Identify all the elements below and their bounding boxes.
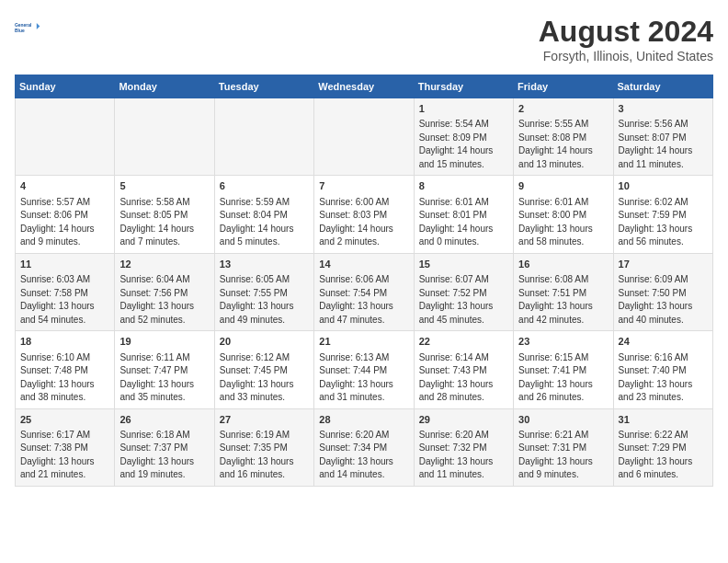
calendar-cell: 4Sunrise: 5:57 AMSunset: 8:06 PMDaylight… <box>16 176 115 253</box>
day-info: Sunrise: 6:08 AMSunset: 7:51 PMDaylight:… <box>518 273 608 327</box>
main-title: August 2024 <box>539 15 713 49</box>
day-info: Sunrise: 6:05 AMSunset: 7:55 PMDaylight:… <box>220 273 309 327</box>
calendar-cell: 15Sunrise: 6:07 AMSunset: 7:52 PMDayligh… <box>414 253 513 330</box>
calendar-cell: 14Sunrise: 6:06 AMSunset: 7:54 PMDayligh… <box>314 253 414 330</box>
calendar-cell <box>115 98 214 176</box>
week-row-4: 18Sunrise: 6:10 AMSunset: 7:48 PMDayligh… <box>16 331 713 408</box>
calendar-cell: 19Sunrise: 6:11 AMSunset: 7:47 PMDayligh… <box>115 331 214 408</box>
day-info: Sunrise: 6:15 AMSunset: 7:41 PMDaylight:… <box>518 351 608 405</box>
day-info: Sunrise: 6:02 AMSunset: 7:59 PMDaylight:… <box>619 196 708 249</box>
header-saturday: Saturday <box>613 75 712 98</box>
day-info: Sunrise: 6:00 AMSunset: 8:03 PMDaylight:… <box>319 196 408 249</box>
day-number: 28 <box>319 413 408 427</box>
calendar-cell: 21Sunrise: 6:13 AMSunset: 7:44 PMDayligh… <box>314 331 414 408</box>
calendar-cell: 12Sunrise: 6:04 AMSunset: 7:56 PMDayligh… <box>115 253 214 330</box>
calendar-cell: 17Sunrise: 6:09 AMSunset: 7:50 PMDayligh… <box>613 253 712 330</box>
calendar-cell: 5Sunrise: 5:58 AMSunset: 8:05 PMDaylight… <box>115 176 214 253</box>
svg-text:General: General <box>15 23 32 28</box>
day-number: 27 <box>220 413 309 427</box>
title-block: August 2024 Forsyth, Illinois, United St… <box>539 15 713 63</box>
day-number: 30 <box>518 413 608 427</box>
calendar-cell: 18Sunrise: 6:10 AMSunset: 7:48 PMDayligh… <box>16 331 115 408</box>
day-info: Sunrise: 5:54 AMSunset: 8:09 PMDaylight:… <box>419 118 508 171</box>
week-row-5: 25Sunrise: 6:17 AMSunset: 7:38 PMDayligh… <box>16 408 713 486</box>
calendar-cell: 24Sunrise: 6:16 AMSunset: 7:40 PMDayligh… <box>613 331 712 408</box>
day-number: 4 <box>20 179 109 193</box>
header-thursday: Thursday <box>414 75 513 98</box>
calendar-cell: 31Sunrise: 6:22 AMSunset: 7:29 PMDayligh… <box>613 408 712 486</box>
day-number: 6 <box>220 179 309 193</box>
header-friday: Friday <box>514 75 613 98</box>
day-info: Sunrise: 6:17 AMSunset: 7:38 PMDaylight:… <box>20 429 109 482</box>
day-number: 22 <box>419 335 508 349</box>
header-wednesday: Wednesday <box>314 75 414 98</box>
day-number: 17 <box>619 258 708 271</box>
calendar-cell: 28Sunrise: 6:20 AMSunset: 7:34 PMDayligh… <box>314 408 414 486</box>
day-number: 8 <box>419 179 508 193</box>
day-number: 26 <box>119 413 209 427</box>
week-row-3: 11Sunrise: 6:03 AMSunset: 7:58 PMDayligh… <box>16 253 713 330</box>
header-monday: Monday <box>115 75 214 98</box>
day-number: 9 <box>518 179 608 193</box>
week-row-1: 1Sunrise: 5:54 AMSunset: 8:09 PMDaylight… <box>16 98 713 176</box>
day-number: 25 <box>20 413 109 427</box>
calendar-cell: 3Sunrise: 5:56 AMSunset: 8:07 PMDaylight… <box>613 98 712 176</box>
calendar-cell: 30Sunrise: 6:21 AMSunset: 7:31 PMDayligh… <box>514 408 613 486</box>
day-number: 7 <box>319 179 408 193</box>
day-info: Sunrise: 6:16 AMSunset: 7:40 PMDaylight:… <box>619 351 708 405</box>
day-info: Sunrise: 6:07 AMSunset: 7:52 PMDaylight:… <box>419 273 508 327</box>
day-number: 5 <box>119 179 209 193</box>
day-info: Sunrise: 5:58 AMSunset: 8:05 PMDaylight:… <box>119 196 209 249</box>
day-info: Sunrise: 6:19 AMSunset: 7:35 PMDaylight:… <box>220 429 309 482</box>
calendar-cell: 23Sunrise: 6:15 AMSunset: 7:41 PMDayligh… <box>514 331 613 408</box>
day-info: Sunrise: 5:55 AMSunset: 8:08 PMDaylight:… <box>518 118 608 171</box>
calendar-cell: 11Sunrise: 6:03 AMSunset: 7:58 PMDayligh… <box>16 253 115 330</box>
day-info: Sunrise: 6:18 AMSunset: 7:37 PMDaylight:… <box>119 429 209 482</box>
calendar-cell: 26Sunrise: 6:18 AMSunset: 7:37 PMDayligh… <box>115 408 214 486</box>
day-info: Sunrise: 6:03 AMSunset: 7:58 PMDaylight:… <box>20 273 109 327</box>
day-number: 13 <box>220 258 309 271</box>
day-info: Sunrise: 6:20 AMSunset: 7:32 PMDaylight:… <box>419 429 508 482</box>
day-info: Sunrise: 5:59 AMSunset: 8:04 PMDaylight:… <box>220 196 309 249</box>
day-info: Sunrise: 6:04 AMSunset: 7:56 PMDaylight:… <box>119 273 209 327</box>
day-number: 24 <box>619 335 708 349</box>
day-info: Sunrise: 6:12 AMSunset: 7:45 PMDaylight:… <box>220 351 309 405</box>
calendar-cell: 27Sunrise: 6:19 AMSunset: 7:35 PMDayligh… <box>214 408 313 486</box>
day-number: 14 <box>319 258 408 271</box>
svg-marker-2 <box>37 23 40 29</box>
calendar-cell: 9Sunrise: 6:01 AMSunset: 8:00 PMDaylight… <box>514 176 613 253</box>
day-number: 16 <box>518 258 608 271</box>
calendar-cell <box>314 98 414 176</box>
day-number: 19 <box>119 335 209 349</box>
day-number: 1 <box>419 102 508 116</box>
day-number: 21 <box>319 335 408 349</box>
day-info: Sunrise: 6:01 AMSunset: 8:00 PMDaylight:… <box>518 196 608 249</box>
calendar-cell: 7Sunrise: 6:00 AMSunset: 8:03 PMDaylight… <box>314 176 414 253</box>
calendar-cell: 1Sunrise: 5:54 AMSunset: 8:09 PMDaylight… <box>414 98 513 176</box>
calendar-cell: 13Sunrise: 6:05 AMSunset: 7:55 PMDayligh… <box>214 253 313 330</box>
day-number: 10 <box>619 179 708 193</box>
day-info: Sunrise: 5:56 AMSunset: 8:07 PMDaylight:… <box>619 118 708 171</box>
calendar-cell: 2Sunrise: 5:55 AMSunset: 8:08 PMDaylight… <box>514 98 613 176</box>
day-info: Sunrise: 5:57 AMSunset: 8:06 PMDaylight:… <box>20 196 109 249</box>
calendar-cell <box>214 98 313 176</box>
calendar-cell: 29Sunrise: 6:20 AMSunset: 7:32 PMDayligh… <box>414 408 513 486</box>
calendar-cell: 8Sunrise: 6:01 AMSunset: 8:01 PMDaylight… <box>414 176 513 253</box>
calendar-cell: 10Sunrise: 6:02 AMSunset: 7:59 PMDayligh… <box>613 176 712 253</box>
generalblue-logo-icon: General Blue <box>15 15 40 40</box>
logo: General Blue <box>15 15 44 40</box>
calendar-cell: 6Sunrise: 5:59 AMSunset: 8:04 PMDaylight… <box>214 176 313 253</box>
day-info: Sunrise: 6:11 AMSunset: 7:47 PMDaylight:… <box>119 351 209 405</box>
calendar-cell: 25Sunrise: 6:17 AMSunset: 7:38 PMDayligh… <box>16 408 115 486</box>
day-info: Sunrise: 6:06 AMSunset: 7:54 PMDaylight:… <box>319 273 408 327</box>
day-number: 20 <box>220 335 309 349</box>
day-number: 3 <box>619 102 708 116</box>
calendar-table: SundayMondayTuesdayWednesdayThursdayFrid… <box>15 75 713 487</box>
page-header: General Blue August 2024 Forsyth, Illino… <box>15 15 713 63</box>
calendar-cell: 20Sunrise: 6:12 AMSunset: 7:45 PMDayligh… <box>214 331 313 408</box>
header-sunday: Sunday <box>16 75 115 98</box>
day-number: 15 <box>419 258 508 271</box>
calendar-cell <box>16 98 115 176</box>
day-info: Sunrise: 6:22 AMSunset: 7:29 PMDaylight:… <box>619 429 708 482</box>
calendar-cell: 22Sunrise: 6:14 AMSunset: 7:43 PMDayligh… <box>414 331 513 408</box>
